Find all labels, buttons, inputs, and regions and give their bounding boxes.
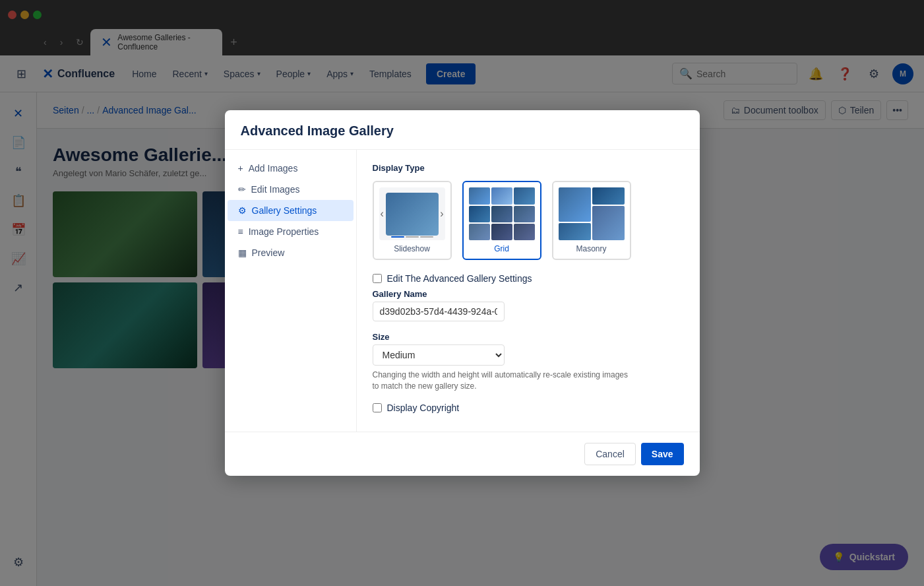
advanced-settings-checkbox-label[interactable]: Edit The Advanced Gallery Settings — [387, 273, 532, 284]
grid-cell-5 — [491, 206, 512, 222]
grid-cell-3 — [514, 187, 535, 204]
preview-label: Preview — [252, 247, 285, 258]
grid-cell-1 — [469, 187, 490, 204]
modal-sidebar-edit-images[interactable]: ✏ Edit Images — [228, 179, 354, 200]
display-type-label: Display Type — [373, 163, 684, 173]
grid-cell-6 — [514, 206, 535, 222]
save-button[interactable]: Save — [641, 443, 684, 465]
gallery-name-label: Gallery Name — [373, 289, 684, 299]
slideshow-label: Slideshow — [394, 244, 430, 253]
display-copyright-label[interactable]: Display Copyright — [387, 403, 460, 413]
grid-label: Grid — [494, 244, 509, 253]
display-option-slideshow[interactable]: ‹ › Slideshow — [373, 181, 452, 260]
advanced-settings-checkbox[interactable] — [373, 274, 382, 283]
grid-preview — [469, 187, 535, 240]
size-select[interactable]: Small Medium Large — [373, 344, 505, 366]
preview-icon: ▦ — [238, 247, 247, 258]
add-images-label: Add Images — [249, 163, 298, 174]
grid-cell-2 — [491, 187, 512, 204]
advanced-settings-row: Edit The Advanced Gallery Settings — [373, 273, 684, 284]
masonry-preview — [559, 187, 625, 240]
settings-icon: ⚙ — [238, 205, 247, 216]
modal-body: + Add Images ✏ Edit Images ⚙ Gallery Set… — [225, 150, 700, 432]
slideshow-img — [386, 193, 439, 236]
gallery-name-section: Gallery Name — [373, 289, 684, 321]
modal-overlay[interactable]: Advanced Image Gallery + Add Images ✏ Ed… — [0, 0, 924, 586]
modal-title: Advanced Image Gallery — [241, 123, 684, 139]
modal-footer: Cancel Save — [225, 432, 700, 476]
masonry-col-2 — [592, 187, 625, 240]
properties-icon: ≡ — [238, 226, 243, 237]
display-copyright-checkbox[interactable] — [373, 403, 382, 412]
gallery-name-input[interactable] — [373, 302, 505, 321]
masonry-cell-3 — [592, 187, 625, 205]
masonry-col-1 — [559, 187, 591, 240]
cancel-button[interactable]: Cancel — [584, 443, 636, 465]
add-images-icon: + — [238, 163, 243, 174]
modal: Advanced Image Gallery + Add Images ✏ Ed… — [225, 110, 700, 476]
size-label: Size — [373, 332, 684, 342]
grid-cell-7 — [469, 224, 490, 240]
slideshow-preview: ‹ › — [379, 187, 445, 240]
slideshow-dots — [391, 236, 433, 238]
modal-sidebar-preview[interactable]: ▦ Preview — [228, 242, 354, 263]
edit-images-label: Edit Images — [251, 184, 300, 195]
display-option-grid[interactable]: Grid — [462, 181, 541, 260]
modal-sidebar: + Add Images ✏ Edit Images ⚙ Gallery Set… — [225, 150, 357, 432]
size-section: Size Small Medium Large Changing the wid… — [373, 332, 684, 392]
masonry-cell-2 — [559, 223, 591, 240]
size-hint: Changing the width and height will autom… — [373, 370, 636, 392]
modal-header: Advanced Image Gallery — [225, 110, 700, 150]
grid-cell-8 — [491, 224, 512, 240]
modal-sidebar-gallery-settings[interactable]: ⚙ Gallery Settings — [228, 200, 354, 221]
slide-left-icon: ‹ — [381, 208, 384, 220]
masonry-label: Masonry — [576, 244, 606, 253]
display-type-options: ‹ › Slideshow — [373, 181, 684, 260]
masonry-cell-4 — [592, 206, 625, 240]
display-option-masonry[interactable]: Masonry — [552, 181, 631, 260]
slide-right-icon: › — [440, 208, 443, 220]
masonry-cell-1 — [559, 187, 591, 222]
grid-cell-9 — [514, 224, 535, 240]
copyright-row: Display Copyright — [373, 403, 684, 413]
image-properties-label: Image Properties — [249, 226, 319, 237]
gallery-settings-label: Gallery Settings — [252, 205, 317, 216]
grid-cell-4 — [469, 206, 490, 222]
modal-sidebar-image-properties[interactable]: ≡ Image Properties — [228, 221, 354, 242]
modal-content: Display Type ‹ › — [357, 150, 700, 432]
modal-sidebar-add-images[interactable]: + Add Images — [228, 158, 354, 179]
edit-icon: ✏ — [238, 184, 246, 195]
